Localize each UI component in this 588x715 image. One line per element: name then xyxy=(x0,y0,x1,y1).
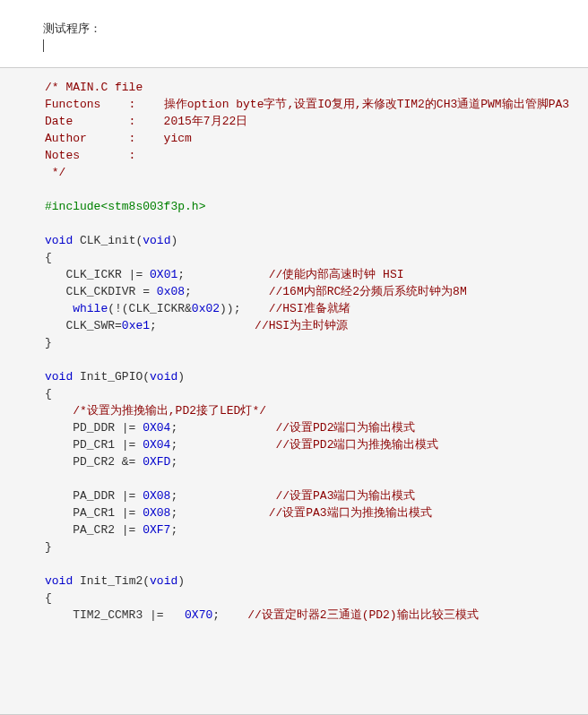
code-stmt: PA_DDR |= xyxy=(45,489,143,503)
kw-while: while xyxy=(45,302,108,315)
comment-close: */ xyxy=(45,166,65,179)
code-stmt: PD_CR1 |= xyxy=(45,438,143,452)
hex-literal: 0X08 xyxy=(143,489,170,503)
code-stmt: )); xyxy=(220,302,269,315)
inline-comment: //使能内部高速时钟 HSI xyxy=(269,268,404,281)
text-cursor xyxy=(43,39,588,52)
code-stmt: ; xyxy=(150,319,255,332)
code-stmt: PA_CR2 |= xyxy=(45,523,143,537)
kw-void-arg: void xyxy=(150,370,177,383)
kw-void: void xyxy=(45,234,73,247)
inline-comment: //设置PA3端口为输出模式 xyxy=(275,489,415,503)
brace-open: { xyxy=(45,591,52,605)
fn-init-tim2: Init_Tim2( xyxy=(73,574,150,588)
hex-literal: 0X04 xyxy=(143,421,170,435)
comment-header-1: /* MAIN.C file xyxy=(45,81,143,94)
brace-close: } xyxy=(45,540,52,554)
hex-literal: 0XFD xyxy=(143,455,170,469)
code-stmt: PA_CR1 |= xyxy=(45,506,143,520)
hex-literal: 0X01 xyxy=(150,268,177,281)
code-stmt: CLK_CKDIVR = xyxy=(45,285,157,298)
code-stmt: ; xyxy=(170,421,275,435)
code-stmt: PD_CR2 &= xyxy=(45,455,143,469)
code-stmt: (!(CLK_ICKR& xyxy=(108,302,192,315)
code-stmt: CLK_SWR= xyxy=(45,319,122,332)
paren-close: ) xyxy=(177,574,185,588)
paren-close: ) xyxy=(170,234,177,247)
code-stmt: PD_DDR |= xyxy=(45,421,143,435)
paren-close: ) xyxy=(177,370,185,383)
code-stmt: ; xyxy=(170,489,275,503)
intro-title: 测试程序： xyxy=(43,20,588,38)
inline-comment: //设置PD2端口为推挽输出模式 xyxy=(275,438,438,452)
inline-comment: //16M内部RC经2分频后系统时钟为8M xyxy=(269,285,467,298)
brace-close: } xyxy=(45,336,52,349)
fn-init-gpio: Init_GPIO( xyxy=(73,370,150,383)
hex-literal: 0XF7 xyxy=(143,523,170,537)
code-stmt: CLK_ICKR |= xyxy=(45,268,150,281)
code-stmt: ; xyxy=(170,506,268,520)
code-stmt: ; xyxy=(170,523,177,537)
hex-literal: 0x08 xyxy=(157,285,185,298)
hex-literal: 0xe1 xyxy=(122,319,150,332)
fn-clk-init: CLK_init( xyxy=(73,234,143,247)
code-stmt: TIM2_CCMR3 |= xyxy=(45,608,185,622)
hex-literal: 0X04 xyxy=(143,438,170,452)
code-stmt: ; xyxy=(212,608,247,622)
inline-comment: //设置PA3端口为推挽输出模式 xyxy=(269,506,432,520)
code-stmt: ; xyxy=(170,455,177,469)
include-directive: #include<stm8s003f3p.h> xyxy=(45,200,205,213)
block-comment: /*设置为推挽输出,PD2接了LED灯*/ xyxy=(45,404,266,418)
comment-date: Date : 2015年7月22日 xyxy=(45,115,247,128)
kw-void: void xyxy=(45,370,73,383)
comment-functions-label: Functons : xyxy=(45,98,164,111)
hex-literal: 0X70 xyxy=(185,608,212,622)
comment-functions-text: 操作option byte字节,设置IO复用,来修改TIM2的CH3通道PWM输… xyxy=(164,98,569,111)
inline-comment: //设置PD2端口为输出模式 xyxy=(275,421,415,435)
kw-void-arg: void xyxy=(150,574,177,588)
inline-comment: //HSI为主时钟源 xyxy=(255,319,348,332)
inline-comment: //HSI准备就绪 xyxy=(269,302,350,315)
comment-notes: Notes : xyxy=(45,149,135,162)
intro-section: 测试程序： xyxy=(0,0,588,52)
brace-open: { xyxy=(45,387,52,401)
kw-void-arg: void xyxy=(143,234,170,247)
code-block: /* MAIN.C file Functons : 操作option byte字… xyxy=(0,67,588,715)
inline-comment: //设置定时器2三通道(PD2)输出比较三模式 xyxy=(247,608,478,622)
code-stmt: ; xyxy=(185,285,269,298)
hex-literal: 0X08 xyxy=(143,506,170,520)
code-stmt: ; xyxy=(177,268,268,281)
brace-open: { xyxy=(45,251,52,264)
hex-literal: 0x02 xyxy=(192,302,220,315)
code-stmt: ; xyxy=(170,438,275,452)
comment-author: Author : yicm xyxy=(45,132,192,145)
kw-void: void xyxy=(45,574,73,588)
